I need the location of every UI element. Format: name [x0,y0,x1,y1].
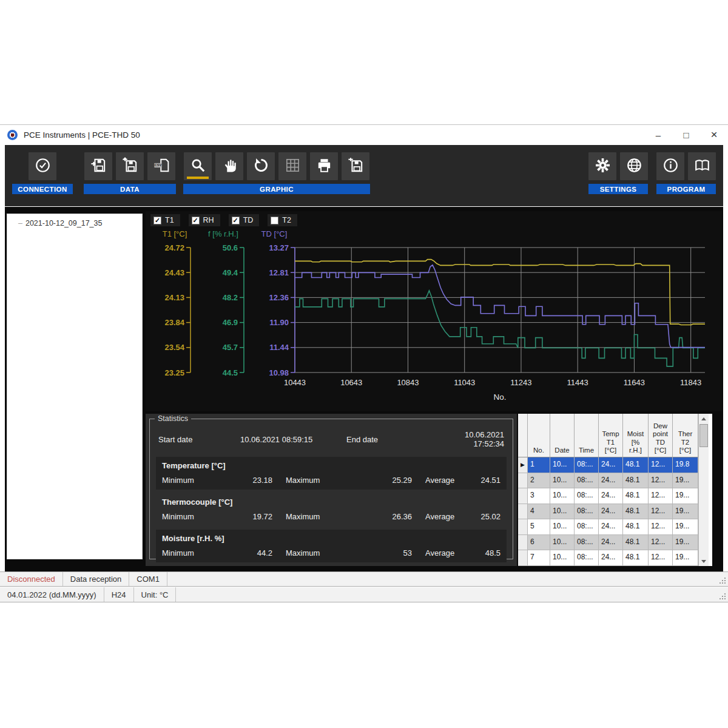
table-cell[interactable]: 4 [528,504,550,520]
measurement-chart[interactable]: T1 [°C]24.7224.4324.1323.8423.5423.25f [… [146,227,722,408]
grid-toggle-button[interactable] [278,152,306,180]
table-cell[interactable]: 12... [649,488,673,504]
table-cell[interactable]: 08:... [575,535,599,551]
table-cell[interactable]: 19.8 [673,457,698,473]
table-scrollbar[interactable] [698,414,709,566]
maximize-button[interactable]: □ [672,125,700,144]
print-button[interactable] [310,152,338,180]
table-cell[interactable]: 24... [599,550,623,566]
resize-grip[interactable] [724,598,726,599]
table-cell[interactable]: 12... [649,550,673,566]
scrollbar-thumb[interactable] [699,424,708,447]
resize-grip[interactable] [724,582,726,584]
column-header[interactable]: Date [550,414,575,457]
table-cell[interactable]: 48.1 [623,519,649,535]
table-cell[interactable]: 48.1 [623,504,649,520]
table-cell[interactable]: 24... [599,488,623,504]
row-selector[interactable] [518,550,528,566]
manual-button[interactable] [688,152,716,180]
zoom-tool-button[interactable] [184,152,212,180]
table-cell[interactable]: 48.1 [623,457,649,473]
table-cell[interactable]: 1 [528,457,550,473]
info-button[interactable] [656,152,684,180]
legend-checkbox-t1[interactable]: ✓T1 [150,214,180,226]
table-cell[interactable]: 08:... [575,519,599,535]
table-cell[interactable]: 24... [599,457,623,473]
export-graphic-button[interactable] [342,152,369,180]
scroll-down-button[interactable] [699,556,709,566]
table-cell[interactable]: 08:... [575,457,599,473]
table-cell[interactable]: 7 [528,550,550,566]
table-cell[interactable]: 48.1 [623,535,649,551]
legend-checkbox-t2[interactable]: T2 [268,214,297,226]
table-cell[interactable]: 24... [599,519,623,535]
table-cell[interactable]: 12... [649,457,673,473]
table-cell[interactable]: 08:... [575,488,599,504]
column-header[interactable]: No. [528,414,550,457]
column-header[interactable]: Time [575,414,599,457]
table-cell[interactable]: 19... [673,504,698,520]
column-header[interactable]: Moist [% r.H.] [623,414,649,457]
connect-button[interactable] [29,152,56,180]
table-cell[interactable]: 3 [528,488,550,504]
table-cell[interactable]: 19... [673,519,698,535]
load-floppy-icon [121,157,139,177]
csv-export-button[interactable]: CSV [147,152,175,180]
legend-checkbox-rh[interactable]: ✓RH [189,214,220,226]
table-cell[interactable]: 12... [649,519,673,535]
table-cell[interactable]: 19... [673,473,698,489]
save-data-button[interactable] [84,152,112,180]
pan-tool-button[interactable] [215,152,243,180]
column-header[interactable]: Dew point TD [°C] [649,414,673,457]
table-cell[interactable]: 12... [649,504,673,520]
column-header[interactable]: Temp T1 [°C] [599,414,623,457]
row-selector[interactable] [518,519,528,535]
table-cell[interactable]: 6 [528,535,550,551]
row-selector[interactable] [518,535,528,551]
checkbox-unchecked-icon[interactable] [271,217,278,224]
tree-item-measurement[interactable]: 2021-10-12_09_17_35 [10,219,140,228]
table-cell[interactable]: 10... [550,488,575,504]
table-cell[interactable]: 10... [550,504,575,520]
settings-button[interactable] [588,152,616,180]
x-axis-title: No. [493,393,506,402]
table-cell[interactable]: 24... [599,504,623,520]
axis-tick-label: 13.27 [269,243,289,252]
table-cell[interactable]: 10... [550,457,575,473]
table-cell[interactable]: 08:... [575,550,599,566]
table-cell[interactable]: 10... [550,519,575,535]
table-cell[interactable]: 12... [649,473,673,489]
legend-checkbox-td[interactable]: ✓TD [229,214,260,226]
axis-tick-label: 10.98 [269,368,289,377]
table-cell[interactable]: 5 [528,519,550,535]
table-cell[interactable]: 10... [550,473,575,489]
table-cell[interactable]: 10... [550,550,575,566]
table-cell[interactable]: 48.1 [623,488,649,504]
table-cell[interactable]: 24... [599,535,623,551]
table-cell[interactable]: 08:... [575,504,599,520]
row-selector[interactable]: ▶ [518,457,528,473]
table-cell[interactable]: 48.1 [623,473,649,489]
checkbox-checked-icon[interactable]: ✓ [232,217,240,224]
checkbox-checked-icon[interactable]: ✓ [192,217,200,224]
scroll-up-button[interactable] [699,414,709,423]
table-cell[interactable]: 19... [673,535,698,551]
table-cell[interactable]: 19... [673,488,698,504]
table-cell[interactable]: 48.1 [623,550,649,566]
table-cell[interactable]: 24... [599,473,623,489]
table-cell[interactable]: 10... [550,535,575,551]
table-cell[interactable]: 08:... [575,473,599,489]
row-selector[interactable] [518,473,528,489]
row-selector[interactable] [518,504,528,520]
checkbox-checked-icon[interactable]: ✓ [153,217,161,224]
reset-view-button[interactable] [247,152,275,180]
column-header[interactable]: Ther T2 [°C] [673,414,698,457]
minimize-button[interactable]: – [644,125,672,144]
close-button[interactable]: × [700,125,728,144]
table-cell[interactable]: 19... [673,550,698,566]
table-cell[interactable]: 2 [528,473,550,489]
table-cell[interactable]: 12... [649,535,673,551]
load-data-button[interactable] [116,152,144,180]
language-button[interactable] [620,152,648,180]
row-selector[interactable] [518,488,528,504]
